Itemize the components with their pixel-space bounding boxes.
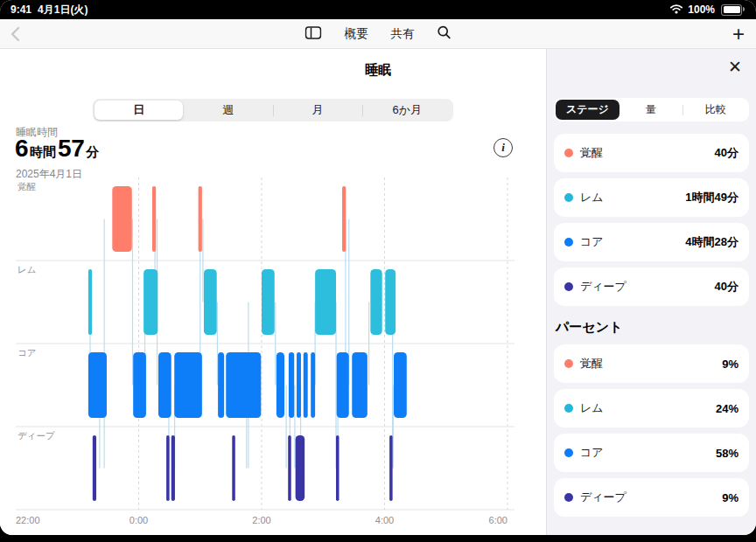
nav-bar: 概要 共有 + (0, 19, 756, 49)
range-tab-day[interactable]: 日 (94, 101, 183, 120)
status-bar: 9:41 4月1日(火) 100% (0, 0, 756, 19)
search-icon[interactable] (438, 25, 452, 43)
stage-label: コア (580, 445, 604, 461)
sleep-stages-chart[interactable]: 22:000:002:004:006:00覚醒レムコアディープ (16, 177, 528, 529)
back-button[interactable] (10, 26, 24, 42)
core-dot-icon (564, 448, 573, 457)
range-tab-month[interactable]: 月 (274, 101, 362, 120)
core-dot-icon (564, 238, 573, 247)
svg-text:2:00: 2:00 (252, 515, 270, 525)
stage-percent: 9% (722, 491, 738, 504)
stage-label: レム (580, 400, 604, 416)
stage-duration-list: 覚醒 40分 レム 1時間49分 コア 4時間28分 ディープ 40分 パーセン… (547, 134, 756, 523)
svg-text:4:00: 4:00 (375, 515, 394, 525)
sleep-main-pane: 日 週 月 6か月 睡眠時間 6 時間 57 分 2025年4月1日 i 22:… (0, 49, 546, 535)
stage-row-awake: 覚醒 40分 (554, 134, 749, 172)
deep-dot-icon (564, 493, 573, 502)
svg-text:レム: レム (18, 264, 37, 274)
svg-text:6:00: 6:00 (489, 515, 508, 525)
awake-dot-icon (564, 359, 573, 368)
stage-label: レム (580, 190, 604, 205)
stage-duration: 4時間28分 (685, 234, 738, 250)
stage-row-deep: ディープ 40分 (554, 268, 749, 306)
svg-text:覚醒: 覚醒 (18, 181, 37, 191)
stage-duration: 1時間49分 (685, 190, 738, 205)
range-tab-week[interactable]: 週 (184, 101, 272, 120)
battery-percent: 100% (688, 3, 715, 16)
stage-percent: 9% (722, 358, 738, 371)
svg-text:0:00: 0:00 (130, 515, 148, 525)
info-icon[interactable]: i (494, 138, 513, 157)
page-title: 睡眠 (0, 62, 756, 79)
stage-label: 覚醒 (580, 356, 603, 372)
stage-duration: 40分 (715, 279, 738, 295)
tab-overview[interactable]: 概要 (345, 26, 368, 42)
stage-row-rem: レム 1時間49分 (554, 178, 749, 217)
svg-text:コア: コア (18, 347, 37, 358)
rem-dot-icon (564, 193, 573, 202)
deep-dot-icon (564, 282, 573, 291)
percent-row-deep: ディープ 9% (554, 478, 749, 517)
stage-label: 覚醒 (580, 145, 603, 161)
svg-text:ディープ: ディープ (18, 430, 55, 441)
battery-icon (721, 4, 742, 16)
status-date: 4月1日(火) (38, 3, 88, 17)
device-screen: 9:41 4月1日(火) 100% (0, 0, 756, 535)
clock: 9:41 (10, 3, 32, 16)
stage-percent: 24% (716, 402, 738, 415)
svg-text:22:00: 22:00 (16, 515, 40, 525)
awake-dot-icon (564, 149, 573, 157)
sidebar-tab-stages[interactable]: ステージ (556, 100, 620, 120)
percent-row-rem: レム 24% (554, 389, 749, 427)
stage-label: ディープ (580, 490, 626, 505)
detail-sidebar: ステージ 量 比較 覚醒 40分 レム 1時間49分 コア 4時間28分 (546, 49, 756, 535)
wifi-icon (669, 3, 683, 17)
minutes-value: 57 (58, 135, 84, 163)
stage-row-core: コア 4時間28分 (554, 223, 749, 261)
percent-row-awake: 覚醒 9% (554, 344, 749, 383)
tab-share[interactable]: 共有 (391, 26, 415, 42)
minutes-unit: 分 (84, 144, 101, 161)
stage-percent: 58% (716, 447, 738, 460)
sidebar-toggle-icon[interactable] (305, 26, 322, 43)
percent-section-header: パーセント (556, 319, 747, 336)
rem-dot-icon (564, 404, 573, 413)
stage-label: コア (580, 234, 604, 250)
sleep-duration-value: 6 時間 57 分 (15, 135, 101, 163)
sidebar-tab-amount[interactable]: 量 (620, 100, 683, 120)
stage-label: ディープ (580, 279, 626, 295)
sidebar-tab-comparison[interactable]: 比較 (683, 100, 747, 120)
sidebar-segmented-control: ステージ 量 比較 (554, 98, 749, 122)
range-segmented-control: 日 週 月 6か月 (93, 99, 453, 122)
close-icon[interactable]: ✕ (728, 58, 742, 77)
range-tab-sixmonth[interactable]: 6か月 (363, 101, 452, 120)
stage-duration: 40分 (715, 145, 738, 161)
percent-row-core: コア 58% (554, 434, 749, 472)
add-button[interactable]: + (732, 21, 745, 47)
hours-unit: 時間 (28, 144, 58, 161)
hours-value: 6 (15, 135, 28, 163)
